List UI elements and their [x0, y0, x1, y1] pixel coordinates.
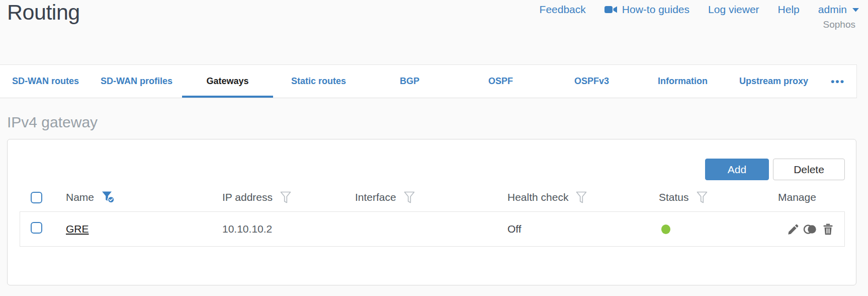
video-camera-icon [604, 5, 618, 14]
table-header: Name IP address Interface [8, 187, 855, 208]
admin-label: admin [818, 4, 847, 16]
header-checkbox-cell [8, 192, 66, 203]
interface-column-label: Interface [355, 191, 396, 203]
status-up-indicator [661, 225, 670, 234]
health-check-column-label: Health check [507, 191, 568, 203]
how-to-guides-link[interactable]: How-to guides [604, 4, 689, 16]
add-button[interactable]: Add [705, 159, 769, 180]
row-name-cell: GRE [66, 223, 222, 235]
tab-upstream-proxy[interactable]: Upstream proxy [728, 65, 819, 98]
column-header-ip-address: IP address [222, 191, 355, 204]
select-all-checkbox[interactable] [31, 192, 42, 203]
help-label: Help [778, 4, 800, 16]
interface-filter-icon[interactable] [404, 191, 415, 204]
page-title: Routing [7, 0, 80, 25]
delete-button[interactable]: Delete [773, 159, 845, 180]
name-column-label: Name [66, 191, 94, 203]
brand-label: Sophos [823, 19, 855, 30]
table-toolbar: Add Delete [705, 159, 845, 180]
section-title: IPv4 gateway [7, 114, 98, 131]
tab-bgp[interactable]: BGP [364, 65, 455, 98]
feedback-link[interactable]: Feedback [540, 4, 586, 16]
tab-ospfv3[interactable]: OSPFv3 [546, 65, 637, 98]
tab-information[interactable]: Information [637, 65, 728, 98]
tab-gateways[interactable]: Gateways [182, 65, 273, 98]
feedback-label: Feedback [540, 4, 586, 16]
clone-icon[interactable] [803, 223, 818, 236]
health-check-filter-icon[interactable] [576, 191, 587, 204]
tab-bar: SD-WAN routes SD-WAN profiles Gateways S… [0, 64, 857, 98]
column-header-name: Name [66, 191, 222, 204]
ip-address-column-label: IP address [222, 191, 273, 203]
status-filter-icon[interactable] [697, 191, 708, 204]
column-header-interface: Interface [355, 191, 507, 204]
row-checkbox-cell [20, 222, 66, 236]
column-header-status: Status [659, 191, 778, 204]
delete-icon[interactable] [822, 223, 834, 236]
help-link[interactable]: Help [778, 4, 800, 16]
admin-menu[interactable]: admin [818, 4, 859, 16]
row-status-cell [659, 225, 778, 234]
how-to-guides-label: How-to guides [622, 4, 689, 16]
chevron-down-icon [852, 8, 859, 12]
row-ip-cell: 10.10.10.2 [222, 223, 355, 235]
column-header-health-check: Health check [507, 191, 659, 204]
log-viewer-link[interactable]: Log viewer [708, 4, 759, 16]
log-viewer-label: Log viewer [708, 4, 759, 16]
routing-page: Routing Feedback How-to guides Log viewe… [0, 0, 868, 296]
tab-ospf[interactable]: OSPF [455, 65, 546, 98]
name-filter-active-icon[interactable] [102, 191, 115, 204]
manage-column-label: Manage [778, 191, 816, 203]
status-column-label: Status [659, 191, 689, 203]
tab-static-routes[interactable]: Static routes [273, 65, 364, 98]
header-links: Feedback How-to guides Log viewer Help a… [540, 4, 859, 16]
header-utility-area: Feedback How-to guides Log viewer Help a… [540, 4, 859, 30]
tab-sd-wan-profiles[interactable]: SD-WAN profiles [91, 65, 182, 98]
ip-address-filter-icon[interactable] [280, 191, 291, 204]
row-checkbox[interactable] [31, 222, 42, 234]
edit-icon[interactable] [787, 223, 800, 236]
row-manage-cell [787, 223, 844, 236]
tab-sd-wan-routes[interactable]: SD-WAN routes [0, 65, 91, 98]
tabs-overflow-button[interactable]: ••• [819, 65, 856, 98]
row-health-check-cell: Off [507, 223, 659, 235]
column-header-manage: Manage [778, 191, 855, 203]
table-row: GRE 10.10.10.2 Off [20, 211, 845, 247]
gateway-name-link[interactable]: GRE [66, 223, 89, 235]
ipv4-gateway-panel: Add Delete Name IP address [7, 139, 856, 285]
